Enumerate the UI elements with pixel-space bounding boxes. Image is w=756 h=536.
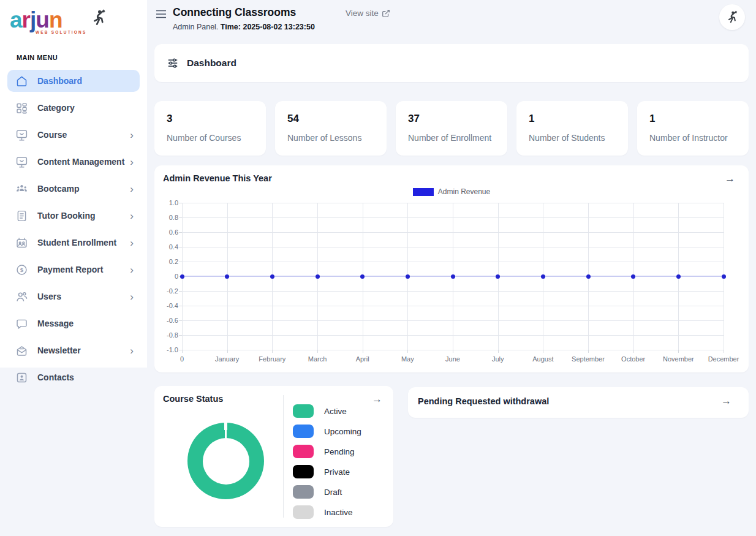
chevron-right-icon: ›: [130, 265, 134, 275]
y-axis-label: -1.0: [154, 346, 178, 353]
stat-card: 3Number of Courses: [154, 101, 266, 156]
y-axis-label: 1.0: [154, 199, 178, 206]
sidebar-item-contacts[interactable]: Contacts: [7, 366, 140, 388]
stat-value: 37: [408, 113, 507, 125]
stat-value: 1: [649, 113, 749, 125]
data-point: [360, 274, 365, 279]
sidebar-item-course[interactable]: Course›: [7, 124, 140, 146]
payment-report-icon: $: [15, 263, 28, 276]
course-status-more-arrow-icon[interactable]: →: [372, 393, 382, 406]
x-tick: [633, 350, 634, 353]
legend-item-inactive[interactable]: Inactive: [293, 505, 361, 519]
revenue-chart-title: Admin Revenue This Year: [163, 173, 272, 183]
legend-swatch: [293, 425, 314, 438]
sliders-icon: [167, 57, 179, 69]
legend-item-active[interactable]: Active: [293, 404, 361, 418]
data-point: [316, 274, 320, 279]
legend-swatch: [293, 485, 314, 499]
stat-label: Number of Instructor: [649, 133, 749, 143]
stat-value: 1: [529, 113, 628, 125]
data-point: [631, 274, 635, 279]
x-tick: [678, 350, 679, 353]
revenue-legend-swatch: [413, 188, 434, 196]
x-tick: [182, 350, 183, 353]
sidebar-item-label: Payment Report: [37, 265, 103, 274]
chevron-right-icon: ›: [130, 130, 134, 140]
x-tick: [363, 350, 363, 353]
category-icon: [15, 102, 28, 115]
legend-item-pending[interactable]: Pending: [293, 445, 361, 458]
x-axis-label: June: [445, 355, 460, 363]
x-axis-label: July: [492, 355, 504, 363]
y-axis-label: 0.2: [154, 258, 178, 265]
sidebar-item-student-enrollment[interactable]: Student Enrollment›: [7, 232, 140, 254]
y-axis-label: 0: [154, 273, 178, 280]
y-axis-label: -0.4: [154, 302, 178, 309]
brand-logo[interactable]: arjun WEB SOLUTIONS: [0, 0, 147, 39]
x-tick: [272, 350, 273, 353]
y-axis-label: 0.8: [154, 214, 178, 221]
message-icon: [15, 317, 28, 330]
logo-letter: u: [36, 9, 49, 31]
x-axis-label: May: [401, 355, 414, 363]
logo-letter: r: [22, 9, 30, 31]
admin-panel-time: Admin Panel. Time: 2025-08-02 13:23:50: [173, 23, 315, 31]
stat-card: 1Number of Students: [516, 101, 628, 156]
legend-label: Private: [324, 467, 350, 477]
stat-card: 1Number of Instructor: [637, 101, 749, 156]
bootcamp-icon: [15, 183, 28, 195]
legend-label: Pending: [324, 447, 355, 456]
sidebar-item-category[interactable]: Category: [7, 97, 140, 119]
sidebar-item-content-management[interactable]: Content Management›: [7, 151, 140, 173]
sidebar-item-tutor-booking[interactable]: Tutor Booking›: [7, 205, 140, 227]
sidebar-item-label: Student Enrollment: [37, 238, 116, 247]
x-tick: [724, 350, 724, 353]
legend-swatch: [293, 445, 314, 458]
legend-label: Draft: [324, 488, 342, 497]
course-status-title: Course Status: [163, 394, 223, 404]
sidebar-item-payment-report[interactable]: $Payment Report›: [7, 259, 140, 281]
sidebar-item-label: Bootcamp: [37, 184, 79, 194]
y-axis-label: -0.6: [154, 317, 178, 324]
svg-text:$: $: [20, 266, 24, 273]
page-title-card: Dashboard: [154, 44, 749, 82]
sidebar-item-users[interactable]: Users›: [7, 285, 140, 308]
y-axis-label: 0.4: [154, 243, 178, 251]
legend-item-upcoming[interactable]: Upcoming: [293, 425, 361, 438]
sidebar-item-label: Tutor Booking: [37, 211, 96, 221]
x-tick: [543, 350, 543, 353]
sidebar-item-dashboard[interactable]: Dashboard: [7, 70, 140, 92]
x-tick: [588, 350, 589, 353]
stat-label: Number of Enrollment: [408, 133, 507, 143]
home-icon: [15, 75, 28, 88]
pending-withdrawal-title: Pending Requested withdrawal: [418, 396, 549, 406]
newsletter-icon: [15, 344, 28, 357]
sidebar-item-message[interactable]: Message: [7, 312, 140, 334]
tutor-booking-icon: [15, 209, 28, 222]
sidebar-item-label: Contacts: [37, 372, 74, 382]
user-avatar[interactable]: [719, 4, 745, 30]
sidebar-item-newsletter[interactable]: Newsletter›: [7, 339, 140, 361]
users-icon: [15, 290, 28, 303]
data-point: [270, 274, 274, 279]
sidebar-item-bootcamp[interactable]: Bootcamp›: [7, 178, 140, 200]
revenue-legend-item[interactable]: Admin Revenue: [154, 187, 749, 196]
view-site-link[interactable]: View site: [346, 9, 390, 18]
contacts-icon: [15, 371, 28, 384]
chevron-right-icon: ›: [130, 292, 134, 302]
legend-label: Upcoming: [324, 427, 361, 436]
x-axis-label: January: [215, 355, 239, 363]
legend-item-private[interactable]: Private: [293, 465, 361, 478]
course-status-donut-chart: [187, 423, 264, 499]
pending-withdrawal-more-arrow-icon[interactable]: →: [721, 395, 731, 407]
page-title: Dashboard: [187, 58, 236, 69]
x-axis-label: April: [356, 355, 369, 363]
hamburger-menu-icon[interactable]: [156, 9, 167, 19]
legend-item-draft[interactable]: Draft: [293, 485, 361, 499]
logo-letter: n: [49, 9, 62, 31]
header: Connecting Classrooms Admin Panel. Time:…: [156, 6, 390, 31]
student-enrollment-icon: [15, 236, 28, 249]
x-axis-label: March: [308, 355, 327, 363]
data-point: [722, 274, 726, 279]
revenue-more-arrow-icon[interactable]: →: [725, 173, 735, 185]
